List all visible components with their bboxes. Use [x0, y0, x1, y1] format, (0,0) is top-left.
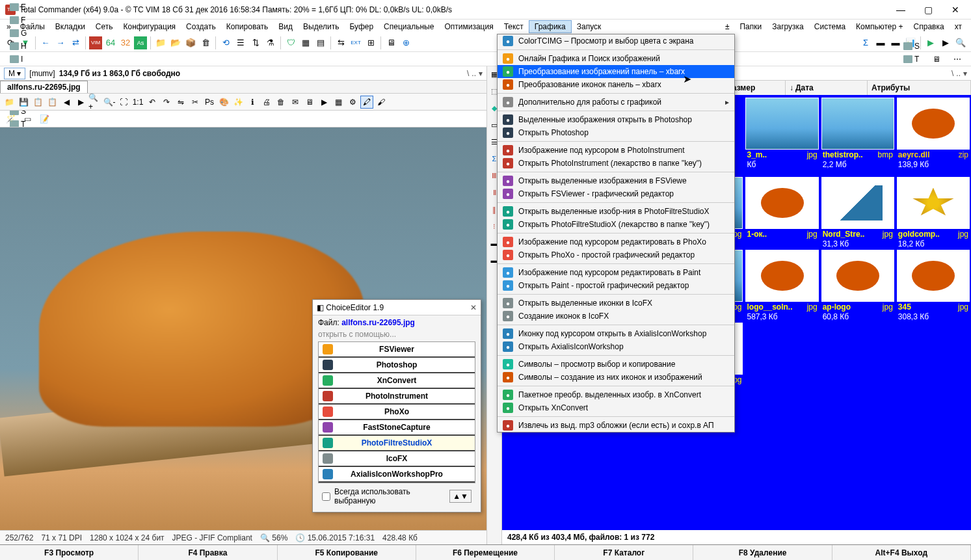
back-icon[interactable]: ←	[39, 36, 52, 49]
menu-выделить[interactable]: Выделить	[298, 21, 344, 33]
sync-icon[interactable]: ⟲	[219, 36, 232, 49]
menu-right-item[interactable]: Компьютер +	[851, 21, 908, 33]
ext-icon[interactable]: EXT	[349, 36, 362, 49]
bars-icon[interactable]: ▬	[874, 36, 887, 49]
maximize-button[interactable]: ▢	[920, 5, 936, 15]
dropdown-item[interactable]: ●Открыть FSViewer - графический редактор	[498, 187, 734, 200]
dropdown-item[interactable]: ●Преобразование иконок панель – xbarx	[498, 78, 734, 91]
shield-icon[interactable]: 🛡	[284, 36, 297, 49]
dropdown-item[interactable]: ●Иконку под курсором открыть в AxialisIc…	[498, 327, 734, 340]
vt-zoomin-icon[interactable]: 🔍+	[88, 96, 101, 109]
vt-fx-icon[interactable]: ✨	[232, 96, 245, 109]
fn-button[interactable]: F8 Удаление	[693, 545, 832, 560]
fn-button[interactable]: Alt+F4 Выход	[832, 545, 971, 560]
drive-F[interactable]: F	[4, 14, 33, 27]
dropdown-item[interactable]: ●Открыть выделенные изобр-ния в PhotoFil…	[498, 205, 734, 218]
vt-color-icon[interactable]: 🎨	[217, 96, 230, 109]
vt-paste-icon[interactable]: 📋	[46, 96, 59, 109]
dropdown-item[interactable]: ●Открыть выделенные изображения в FSView…	[498, 174, 734, 187]
path-menu-icon[interactable]: ▾	[479, 69, 483, 78]
box-icon[interactable]: 📦	[184, 36, 197, 49]
thumbnail[interactable]: ap-logojpg60,8 Кб	[821, 250, 894, 321]
dropdown-item[interactable]: ●Изображение под курсором в PhotoInstrum…	[498, 144, 734, 157]
swap-icon[interactable]: ⇄	[69, 36, 82, 49]
thumbnail[interactable]: aeyrc.dllzip138,9 Кб	[897, 98, 970, 176]
menu-right-item[interactable]: Система	[809, 21, 851, 33]
dialog-app-PhotoInstrument[interactable]: PhotoInstrument	[319, 389, 475, 405]
menu-right-item[interactable]: Папки	[734, 21, 767, 33]
as-icon[interactable]: As	[134, 36, 147, 49]
minimize-button[interactable]: —	[893, 5, 909, 15]
dropdown-item[interactable]: ●Выделенные изображения открыть в Photos…	[498, 113, 734, 126]
x32-icon[interactable]: 32	[119, 36, 132, 49]
dropdown-item[interactable]: ●Пакетное преобр. выделенных изобр. в Xn…	[498, 388, 734, 401]
path-menu-icon[interactable]: ▾	[963, 69, 967, 78]
menu-текст[interactable]: Текст	[499, 21, 529, 33]
vt-desk-icon[interactable]: 🖥	[303, 96, 316, 109]
fn-button[interactable]: F5 Копирование	[278, 545, 416, 560]
thumbnail[interactable]: Nord_Stre..jpg31,3 Кб	[821, 177, 894, 248]
x64-icon[interactable]: 64	[104, 36, 117, 49]
drive-T[interactable]: T	[898, 53, 925, 66]
list-icon[interactable]: ☰	[234, 36, 247, 49]
vs-rect-icon[interactable]: ▭	[21, 113, 34, 126]
drive-selector[interactable]: M ▾	[4, 68, 25, 79]
menu-буфер[interactable]: Буфер	[344, 21, 379, 33]
fn-button[interactable]: F7 Каталог	[555, 545, 693, 560]
vt-rotl-icon[interactable]: ↶	[146, 96, 159, 109]
vt-save-icon[interactable]: 💾	[17, 96, 30, 109]
always-checkbox[interactable]	[322, 492, 330, 501]
vt-prev-icon[interactable]: ◀	[60, 96, 73, 109]
path-back-icon[interactable]: \	[951, 69, 953, 78]
close-button[interactable]: ✕	[948, 5, 963, 15]
menu-right-item[interactable]: Справка	[909, 21, 950, 33]
trash-icon[interactable]: 🗑	[199, 36, 212, 49]
thumbnail[interactable]: 345jpg308,3 Кб	[897, 250, 970, 321]
path-up-icon[interactable]: ..	[956, 69, 961, 78]
dialog-app-Photoshop[interactable]: Photoshop	[319, 358, 475, 373]
dropdown-item[interactable]: ●Открыть Paint - простой графический ред…	[498, 279, 734, 292]
vt-print-icon[interactable]: 🖨	[260, 96, 273, 109]
vt-brush-icon[interactable]: 🖌	[375, 96, 388, 109]
forward-icon[interactable]: →	[54, 36, 67, 49]
grid2-icon[interactable]: ▤	[314, 36, 327, 49]
col-date[interactable]: ↓Дата	[786, 81, 868, 95]
vim-icon[interactable]: VIM	[89, 36, 102, 49]
dropdown-item[interactable]: ●Изображение под курсором редактировать …	[498, 235, 734, 248]
drive-G[interactable]: G	[4, 27, 33, 40]
thumbnail[interactable]: logo__soln..jpg587,3 Кб	[745, 250, 818, 321]
col-attr[interactable]: Атрибуты	[868, 81, 971, 95]
dropdown-item[interactable]: ●Создание иконок в IcoFX	[498, 310, 734, 323]
menu-оптимизация[interactable]: Оптимизация	[439, 21, 498, 33]
vt-slide-icon[interactable]: ▶	[317, 96, 330, 109]
dropdown-item[interactable]: ●Изображение под курсором редактировать …	[498, 266, 734, 279]
search-icon[interactable]: 🔍	[954, 36, 967, 49]
menu-специальные[interactable]: Специальные	[379, 21, 439, 33]
drive-net-icon[interactable]: 🖥	[927, 53, 946, 66]
dialog-app-FSViewer[interactable]: FSViewer	[319, 342, 475, 358]
vt-grid-icon[interactable]: ▦	[332, 96, 345, 109]
thumbnail[interactable]: thetistrop..bmp2,2 Мб	[821, 98, 894, 176]
vs-wand-icon[interactable]: 🪄	[4, 113, 17, 126]
arrows-icon[interactable]: ⇆	[334, 36, 347, 49]
vt-del-icon[interactable]: 🗑	[274, 96, 287, 109]
drive-H[interactable]: H	[4, 40, 33, 53]
sort-icon[interactable]: ⇅	[249, 36, 262, 49]
menu-right-item[interactable]: ±	[720, 21, 735, 33]
dropdown-item[interactable]: ●ColorTCIMG – Просмотр и выбор цвета с э…	[498, 34, 734, 47]
vt-marker-icon[interactable]: 🖍	[360, 96, 373, 109]
fn-button[interactable]: F4 Правка	[139, 545, 277, 560]
vt-flip-icon[interactable]: ⇋	[174, 96, 187, 109]
dialog-app-PhotoFiltreStudioX[interactable]: PhotoFiltreStudioX	[319, 436, 475, 451]
play-icon[interactable]: ▶	[924, 36, 937, 49]
sigma-icon[interactable]: Σ	[859, 36, 872, 49]
vt-cfg-icon[interactable]: ⚙	[346, 96, 359, 109]
vt-mail-icon[interactable]: ✉	[289, 96, 302, 109]
drive-dots[interactable]: ⋯	[948, 53, 967, 66]
thumbnail[interactable]: 3_m..jpgКб	[745, 98, 818, 176]
left-tab[interactable]: allfons.ru-22695.jpg	[0, 81, 88, 93]
grid-icon[interactable]: ▦	[299, 36, 312, 49]
vt-1to1-icon[interactable]: 1:1	[131, 96, 144, 109]
thumbnail[interactable]: 1-ок..jpg	[745, 177, 818, 248]
win-icon[interactable]: ⊞	[364, 36, 377, 49]
